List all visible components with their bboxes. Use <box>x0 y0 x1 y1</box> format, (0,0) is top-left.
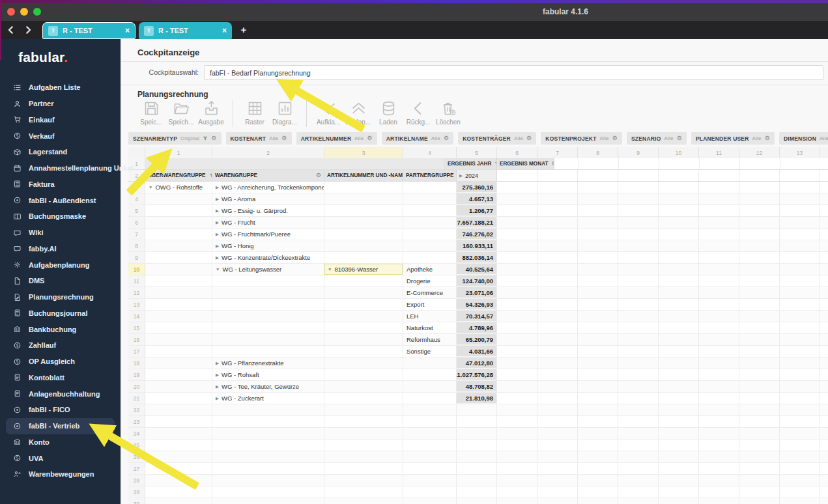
toolbar-button-trash[interactable]: Löschen <box>433 100 463 126</box>
value-cell[interactable]: 70.314,57 <box>457 311 497 322</box>
filter-chip-kostenart[interactable]: KOSTENART Alle ⚙ <box>226 132 292 145</box>
oberwarengruppe-cell[interactable] <box>145 193 212 204</box>
column-number-cell[interactable]: 11 <box>699 147 739 158</box>
sidebar-item-op-ausgleich[interactable]: OP Ausgleich <box>0 354 121 370</box>
history-back-button[interactable] <box>4 23 18 37</box>
oberwarengruppe-cell[interactable] <box>145 428 212 439</box>
sidebar-item-partner[interactable]: Partner <box>0 96 121 112</box>
expand-triangle-icon[interactable]: ▶ <box>216 384 219 389</box>
oberwarengruppe-cell[interactable] <box>145 346 212 357</box>
row-number-cell[interactable]: 5 <box>128 205 145 216</box>
sidebar-item-fabbi-vertrieb[interactable]: fabBI - Vertrieb <box>6 418 115 434</box>
artikelnummer-cell[interactable]: ▼810396-Wasser <box>324 264 403 275</box>
oberwarengruppe-cell[interactable] <box>145 275 212 287</box>
row-number-cell[interactable]: 24 <box>128 428 145 439</box>
expand-triangle-icon[interactable]: ▶ <box>216 372 219 378</box>
row-number-cell[interactable]: 11 <box>128 275 145 287</box>
partnergruppe-cell[interactable] <box>403 393 457 404</box>
row-number-cell[interactable]: 21 <box>128 393 145 404</box>
artikelnummer-cell[interactable] <box>324 357 403 369</box>
sidebar-item-dms[interactable]: DMS <box>0 273 121 289</box>
value-cell[interactable] <box>457 428 497 439</box>
warengruppe-cell[interactable] <box>212 311 324 322</box>
warengruppe-cell[interactable] <box>212 416 324 427</box>
row-number-cell[interactable]: 29 <box>128 486 145 497</box>
ergebnis-jahr-header[interactable]: ERGEBNIS JAHR ⚙ <box>445 158 497 169</box>
partnergruppe-cell[interactable] <box>403 193 457 204</box>
tab[interactable]: T R - TEST × <box>139 22 232 39</box>
artikelnummer-cell[interactable] <box>324 404 403 415</box>
partnergruppe-header[interactable]: PARTNERGRUPPE ⚙ <box>403 170 457 181</box>
oberwarengruppe-cell[interactable] <box>145 498 212 504</box>
sidebar-item-fabbi-fico[interactable]: fabBI - FICO <box>0 402 121 418</box>
value-cell[interactable] <box>457 463 497 474</box>
ergebnis-monat-header[interactable]: ERGEBNIS MONAT ⚙ <box>497 158 554 169</box>
toolbar-button-collapse[interactable]: Zuklap... <box>343 100 373 126</box>
value-cell[interactable]: 275.360,16 <box>457 182 497 193</box>
toolbar-button-back[interactable]: Rückg... <box>403 100 433 126</box>
artikelnummer-cell[interactable] <box>324 275 403 287</box>
warengruppe-cell[interactable] <box>212 498 324 504</box>
artikelnummer-cell[interactable] <box>324 428 403 439</box>
column-number-cell[interactable]: 5 <box>457 147 497 158</box>
sidebar-item-buchungsjournal[interactable]: Buchungsjournal <box>0 305 121 322</box>
partnergruppe-cell[interactable] <box>403 498 457 504</box>
value-cell[interactable]: 23.071,06 <box>457 287 497 298</box>
partnergruppe-cell[interactable] <box>403 451 457 462</box>
partnergruppe-cell[interactable] <box>403 240 457 251</box>
warengruppe-cell[interactable]: ▶WG - Konzentrate/Dickeextrakte <box>212 252 324 263</box>
value-cell[interactable]: 4.789,96 <box>457 322 497 333</box>
partnergruppe-cell[interactable] <box>403 404 457 415</box>
oberwarengruppe-cell[interactable] <box>145 393 212 404</box>
sidebar-item-uva[interactable]: UVA <box>0 450 121 466</box>
partnergruppe-cell[interactable] <box>403 381 457 392</box>
oberwarengruppe-cell[interactable] <box>145 475 212 486</box>
gear-icon[interactable]: ⚙ <box>765 135 770 141</box>
warengruppe-cell[interactable]: ▶WG - Rohsaft <box>212 369 324 380</box>
row-number-cell[interactable]: 9 <box>128 252 145 263</box>
warengruppe-cell[interactable] <box>212 287 324 298</box>
artikelnummer-cell[interactable] <box>324 381 403 392</box>
minimize-window-button[interactable] <box>20 8 28 16</box>
column-number-cell[interactable]: 3 <box>324 147 403 158</box>
partnergruppe-cell[interactable]: Export <box>403 299 457 310</box>
column-number-cell[interactable]: 7 <box>537 147 578 158</box>
value-cell[interactable]: 21.810,98 <box>457 393 497 404</box>
expand-triangle-icon[interactable]: ▶ <box>216 255 219 260</box>
row-number-cell[interactable]: 30 <box>128 498 145 504</box>
expand-triangle-icon[interactable]: ▶ <box>216 208 219 214</box>
toolbar-button-db[interactable]: Laden <box>373 100 403 126</box>
warengruppe-cell[interactable] <box>212 404 324 415</box>
warengruppe-cell[interactable] <box>212 451 324 462</box>
expand-triangle-icon[interactable]: ▶ <box>459 173 463 178</box>
oberwarengruppe-cell[interactable] <box>145 264 212 275</box>
value-cell[interactable]: 1.206,77 <box>457 205 497 216</box>
expand-triangle-icon[interactable]: ▶ <box>216 244 219 249</box>
warengruppe-cell[interactable]: ▶WG - Frucht <box>212 217 324 228</box>
oberwarengruppe-header[interactable]: OBERWARENGRUPPE ⚙ <box>145 170 212 181</box>
row-number-cell[interactable]: 22 <box>128 404 145 415</box>
artikelnummer-cell[interactable] <box>324 475 403 486</box>
tab-close-icon[interactable]: × <box>125 26 130 35</box>
artikelnummer-header[interactable]: ARTIKELNUMMER UND -NAME ⚙ <box>324 170 403 181</box>
row-number-cell[interactable]: 7 <box>128 229 145 240</box>
artikelnummer-cell[interactable] <box>324 498 403 504</box>
warengruppe-cell[interactable] <box>212 299 324 310</box>
gear-icon[interactable]: ⚙ <box>444 135 449 141</box>
row-number-cell[interactable]: 23 <box>128 416 145 427</box>
row-number-cell[interactable]: 16 <box>128 334 145 345</box>
year-column-header[interactable]: ▶ 2024 <box>457 170 497 181</box>
row-number-cell[interactable]: 15 <box>128 322 145 333</box>
sidebar-item-faktura[interactable]: Faktura <box>0 176 121 193</box>
sidebar-item-warenbewegungen[interactable]: Warenbewegungen <box>0 466 121 483</box>
warengruppe-cell[interactable] <box>212 322 324 333</box>
warengruppe-cell[interactable]: ▶WG - Zuckerart <box>212 393 324 404</box>
column-number-cell[interactable]: 1 <box>145 147 212 158</box>
sidebar-item-buchungsmaske[interactable]: Buchungsmaske <box>0 208 121 225</box>
filter-chip-artikelnummer[interactable]: ARTIKELNUMMER Alle ⚙ <box>296 132 377 145</box>
column-number-cell[interactable]: 12 <box>739 147 780 158</box>
row-number-cell[interactable]: 17 <box>128 346 145 357</box>
expand-triangle-icon[interactable]: ▶ <box>216 232 219 237</box>
oberwarengruppe-cell[interactable] <box>145 240 212 251</box>
oberwarengruppe-cell[interactable] <box>145 463 212 474</box>
